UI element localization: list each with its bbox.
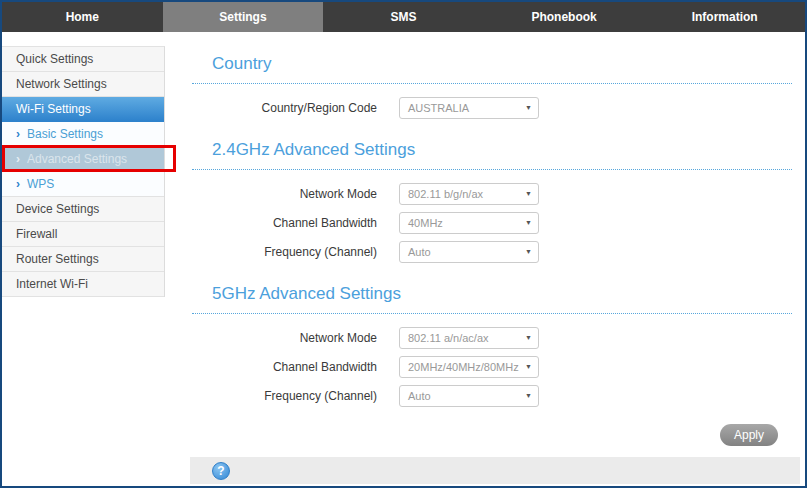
settings-sidebar: Quick Settings Network Settings Wi-Fi Se…: [2, 46, 165, 297]
main-content: Country Country/Region Code AUSTRALIA ▼ …: [192, 46, 792, 446]
network-mode-5-select[interactable]: 802.11 a/n/ac/ax ▼: [399, 327, 539, 349]
frequency-channel-label: Frequency (Channel): [192, 389, 377, 403]
apply-button[interactable]: Apply: [720, 424, 778, 446]
channel-bandwidth-24-select[interactable]: 40MHz ▼: [399, 212, 539, 234]
select-value: 20MHz/40MHz/80MHz: [408, 361, 519, 373]
form-row-network-mode-24: Network Mode 802.11 b/g/n/ax ▼: [192, 183, 792, 205]
sidebar-item-internet-wifi[interactable]: Internet Wi-Fi: [2, 272, 164, 297]
sidebar-item-label: Advanced Settings: [27, 152, 127, 166]
section-title-country: Country: [192, 54, 792, 74]
channel-bandwidth-label: Channel Bandwidth: [192, 360, 377, 374]
form-row-frequency-24: Frequency (Channel) Auto ▼: [192, 241, 792, 263]
frequency-channel-label: Frequency (Channel): [192, 245, 377, 259]
nav-tab-home[interactable]: Home: [2, 2, 163, 32]
select-value: 40MHz: [408, 217, 443, 229]
form-row-frequency-5: Frequency (Channel) Auto ▼: [192, 385, 792, 407]
section-divider: [192, 313, 792, 314]
select-value: AUSTRALIA: [408, 102, 469, 114]
apply-row: Apply: [192, 424, 792, 446]
nav-tab-settings[interactable]: Settings: [163, 2, 324, 32]
dropdown-arrow-icon: ▼: [525, 328, 532, 348]
section-divider: [192, 83, 792, 84]
form-row-network-mode-5: Network Mode 802.11 a/n/ac/ax ▼: [192, 327, 792, 349]
sidebar-item-label: Basic Settings: [27, 127, 103, 141]
nav-tab-sms[interactable]: SMS: [323, 2, 484, 32]
form-row-channel-bandwidth-5: Channel Bandwidth 20MHz/40MHz/80MHz ▼: [192, 356, 792, 378]
sidebar-item-wps[interactable]: ›WPS: [2, 172, 164, 197]
router-settings-page: Home Settings SMS Phonebook Information …: [0, 0, 807, 488]
nav-tab-information[interactable]: Information: [644, 2, 805, 32]
dropdown-arrow-icon: ▼: [525, 98, 532, 118]
section-title-24ghz: 2.4GHz Advanced Settings: [192, 140, 792, 160]
channel-bandwidth-label: Channel Bandwidth: [192, 216, 377, 230]
form-row-channel-bandwidth-24: Channel Bandwidth 40MHz ▼: [192, 212, 792, 234]
dropdown-arrow-icon: ▼: [525, 213, 532, 233]
sidebar-item-label: WPS: [27, 177, 54, 191]
network-mode-label: Network Mode: [192, 187, 377, 201]
dropdown-arrow-icon: ▼: [525, 184, 532, 204]
select-value: Auto: [408, 390, 431, 402]
select-value: 802.11 b/g/n/ax: [408, 188, 483, 200]
chevron-right-icon: ›: [16, 127, 20, 141]
section-title-5ghz: 5GHz Advanced Settings: [192, 284, 792, 304]
sidebar-item-network-settings[interactable]: Network Settings: [2, 72, 164, 97]
sidebar-item-device-settings[interactable]: Device Settings: [2, 197, 164, 222]
frequency-channel-24-select[interactable]: Auto ▼: [399, 241, 539, 263]
country-region-label: Country/Region Code: [192, 101, 377, 115]
country-region-select[interactable]: AUSTRALIA ▼: [399, 97, 539, 119]
sidebar-item-firewall[interactable]: Firewall: [2, 222, 164, 247]
sidebar-item-wifi-settings[interactable]: Wi-Fi Settings: [2, 97, 164, 122]
frequency-channel-5-select[interactable]: Auto ▼: [399, 385, 539, 407]
sidebar-item-basic-settings[interactable]: ›Basic Settings: [2, 122, 164, 147]
sidebar-item-router-settings[interactable]: Router Settings: [2, 247, 164, 272]
dropdown-arrow-icon: ▼: [525, 357, 532, 377]
sidebar-item-advanced-settings[interactable]: ›Advanced Settings: [2, 147, 164, 172]
dropdown-arrow-icon: ▼: [525, 242, 532, 262]
chevron-right-icon: ›: [16, 152, 20, 166]
nav-tab-phonebook[interactable]: Phonebook: [484, 2, 645, 32]
top-nav: Home Settings SMS Phonebook Information: [2, 2, 805, 32]
channel-bandwidth-5-select[interactable]: 20MHz/40MHz/80MHz ▼: [399, 356, 539, 378]
select-value: 802.11 a/n/ac/ax: [408, 332, 489, 344]
network-mode-24-select[interactable]: 802.11 b/g/n/ax ▼: [399, 183, 539, 205]
dropdown-arrow-icon: ▼: [525, 386, 532, 406]
chevron-right-icon: ›: [16, 177, 20, 191]
select-value: Auto: [408, 246, 431, 258]
sidebar-item-quick-settings[interactable]: Quick Settings: [2, 47, 164, 72]
form-row-country-region: Country/Region Code AUSTRALIA ▼: [192, 97, 792, 119]
section-divider: [192, 169, 792, 170]
help-bar: ?: [190, 457, 800, 484]
network-mode-label: Network Mode: [192, 331, 377, 345]
help-icon[interactable]: ?: [212, 462, 230, 480]
